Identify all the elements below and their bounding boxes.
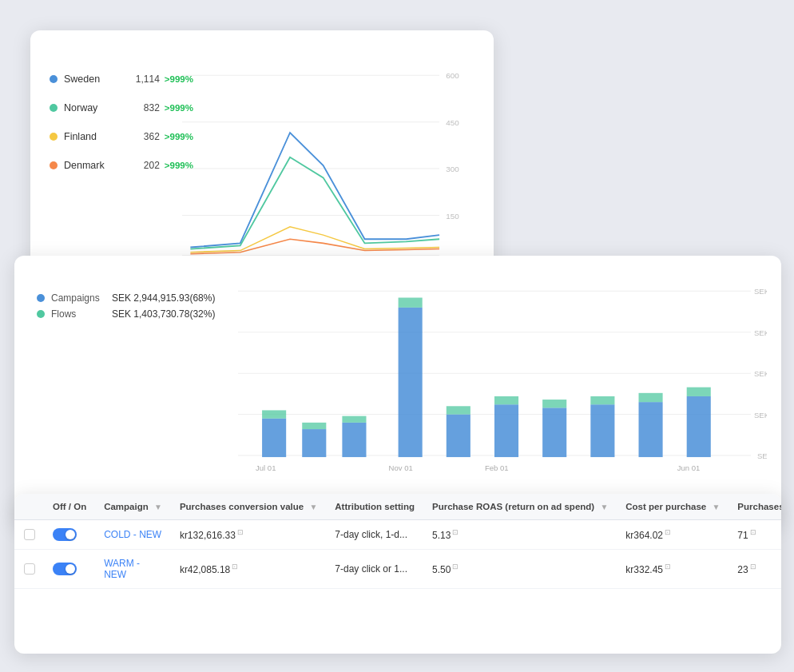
col-roas[interactable]: Purchase ROAS (return on ad spend) ▼ [423,494,616,520]
sort-arrow-campaign: ▼ [154,503,162,511]
table-row: WARM - NEW kr42,085.18⊡ 7-day click or 1… [14,550,781,589]
table-wrapper: Off / On Campaign ▼ Purchases conversion… [14,494,781,654]
svg-text:Nov 01: Nov 01 [389,463,413,471]
svg-text:450: 450 [446,118,459,127]
row-purchases-cv: kr42,085.18⊡ [170,550,325,589]
legend-dot [50,133,58,141]
legend-value: 832 [144,102,160,113]
col-purchases[interactable]: Purchases ▼ [728,494,781,520]
table-header: Off / On Campaign ▼ Purchases conversion… [14,494,781,520]
svg-text:SEK 1.1M: SEK 1.1M [754,328,767,337]
row-roas: 5.50⊡ [423,550,616,589]
svg-rect-38 [639,393,663,402]
row-purchases: 23⊡ [728,550,781,589]
sort-arrow-cv: ▼ [309,503,317,511]
legend-label: Denmark [64,160,144,171]
conv-legend-dot [37,294,45,302]
col-off-on: Off / On [43,494,94,520]
table-row: COLD - NEW kr132,616.33⊡ 7-day click, 1-… [14,520,781,550]
sort-arrow-cpp: ▼ [712,503,720,511]
row-campaign: WARM - NEW [94,550,170,589]
row-toggle[interactable] [53,563,77,575]
campaign-link[interactable]: WARM - NEW [104,558,140,580]
svg-rect-34 [542,400,566,408]
row-attribution: 7-day click, 1-d... [325,520,423,550]
conv-legend-val: SEK 1,403,730.78(32%) [112,308,215,320]
svg-rect-22 [262,410,286,418]
sup-icon-roas: ⊡ [452,563,459,571]
svg-text:SEK 1.4M: SEK 1.4M [754,287,767,296]
svg-rect-31 [494,404,518,457]
legend-label: Norway [64,102,144,113]
svg-rect-21 [262,419,286,457]
svg-text:Jun 01: Jun 01 [677,463,701,471]
sup-icon-cpp: ⊡ [665,563,671,571]
svg-rect-32 [494,396,518,404]
svg-text:150: 150 [446,212,459,221]
svg-rect-25 [342,423,366,457]
table-body: COLD - NEW kr132,616.33⊡ 7-day click, 1-… [14,520,781,589]
svg-rect-39 [687,396,711,457]
svg-rect-27 [399,308,423,457]
conv-legend-name: Flows [51,308,105,320]
svg-text:SEK 350K: SEK 350K [754,411,767,420]
sup-icon-cpp: ⊡ [665,528,671,536]
row-purchases-cv: kr132,616.33⊡ [170,520,325,550]
col-purchases-cv[interactable]: Purchases conversion value ▼ [170,494,325,520]
row-cost-per-purchase: kr364.02⊡ [616,520,728,550]
conv-legend-val: SEK 2,944,915.93(68%) [112,292,215,304]
conversion-summary-card: Campaigns SEK 2,944,915.93(68%) Flows SE… [14,256,781,527]
svg-rect-35 [590,404,614,457]
row-purchases: 71⊡ [728,520,781,550]
svg-rect-26 [342,416,366,423]
col-checkbox [14,494,43,520]
conv-legend-dot [37,310,45,318]
row-checkbox[interactable] [24,529,35,540]
col-campaign[interactable]: Campaign ▼ [94,494,170,520]
sup-icon-roas: ⊡ [452,528,459,536]
campaigns-table: Off / On Campaign ▼ Purchases conversion… [14,494,781,589]
col-attribution: Attribution setting [325,494,423,520]
subscribed-to-list-card: Sweden 1,114 >999% Norway 832 >999% Finl… [30,30,494,278]
svg-text:Jul 01: Jul 01 [256,463,276,471]
sup-icon-p: ⊡ [750,528,756,536]
legend-value: 362 [144,131,160,142]
campaigns-table-card: Off / On Campaign ▼ Purchases conversion… [14,494,781,654]
row-roas: 5.13⊡ [423,520,616,550]
svg-rect-28 [399,298,423,308]
col-cost-per-purchase[interactable]: Cost per purchase ▼ [616,494,728,520]
row-attribution: 7-day click or 1... [325,550,423,589]
legend-item-sweden: Sweden 1,114 >999% [50,74,193,85]
legend-item-denmark: Denmark 202 >999% [50,160,193,171]
row-campaign: COLD - NEW [94,520,170,550]
row-checkbox[interactable] [24,563,35,575]
legend-label: Sweden [64,74,136,85]
svg-text:SEK 0: SEK 0 [757,451,767,460]
row-cost-per-purchase: kr332.45⊡ [616,550,728,589]
row-toggle[interactable] [53,528,77,541]
svg-rect-33 [542,408,566,457]
svg-rect-30 [447,406,470,414]
legend-item-finland: Finland 362 >999% [50,131,193,142]
svg-rect-40 [687,388,711,396]
row-checkbox-cell [14,520,43,550]
svg-rect-24 [302,423,326,429]
conv-legend-name: Campaigns [51,292,105,304]
legend-value: 1,114 [136,74,160,85]
row-toggle-cell [43,520,94,550]
svg-text:SEK 700K: SEK 700K [754,369,767,378]
svg-rect-29 [447,415,470,457]
legend-dot [50,104,58,112]
legend-label: Finland [64,131,144,142]
svg-text:600: 600 [446,71,459,80]
sup-icon: ⊡ [232,563,238,571]
legend-item-norway: Norway 832 >999% [50,102,193,113]
sup-icon-p: ⊡ [750,563,756,571]
campaign-link[interactable]: COLD - NEW [104,529,161,540]
subscribed-legend: Sweden 1,114 >999% Norway 832 >999% Finl… [50,74,193,189]
sup-icon: ⊡ [237,528,244,536]
row-toggle-cell [43,550,94,589]
svg-text:300: 300 [446,165,459,173]
row-checkbox-cell [14,550,43,589]
svg-rect-23 [302,429,326,457]
